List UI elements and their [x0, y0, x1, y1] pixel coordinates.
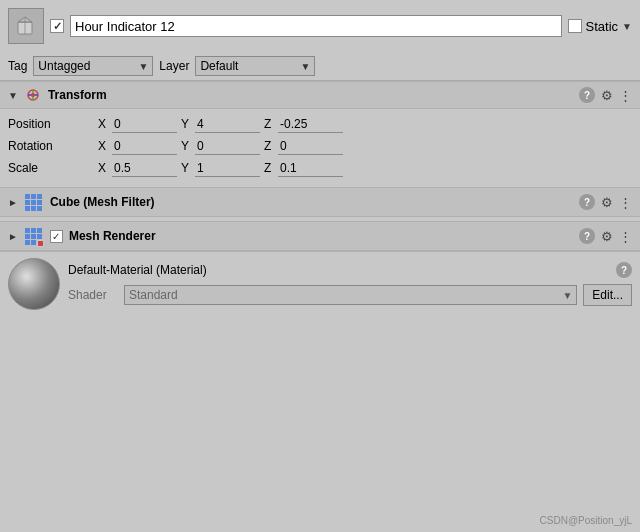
grid-cell-1	[25, 194, 30, 199]
mesh-renderer-overlay-icon	[37, 240, 44, 247]
static-dropdown-arrow-icon[interactable]: ▼	[622, 21, 632, 32]
mesh-filter-header: ► Cube (Mesh Filter) ? ⚙ ⋮	[0, 187, 640, 217]
edit-button[interactable]: Edit...	[583, 284, 632, 306]
scale-y-letter: Y	[181, 161, 193, 175]
shader-value: Standard	[129, 288, 562, 302]
tag-value: Untagged	[38, 59, 134, 73]
position-y-letter: Y	[181, 117, 193, 131]
header-row: ✓ Static ▼	[0, 0, 640, 52]
rotation-label: Rotation	[8, 139, 98, 153]
cube-3d-icon	[15, 15, 37, 37]
position-z-input[interactable]	[278, 115, 343, 133]
static-area: Static ▼	[568, 19, 632, 34]
rotation-z-letter: Z	[264, 139, 276, 153]
checkmark-icon: ✓	[53, 20, 62, 33]
static-label: Static	[586, 19, 619, 34]
rotation-y-item: Y	[181, 137, 260, 155]
mesh-renderer-collapse-icon[interactable]: ►	[8, 231, 18, 242]
mesh-filter-collapse-icon[interactable]: ►	[8, 197, 18, 208]
position-label: Position	[8, 117, 98, 131]
rotation-xyz-group: X Y Z	[98, 137, 632, 155]
tag-label: Tag	[8, 59, 27, 73]
mesh-renderer-icon-container	[24, 226, 44, 246]
grid-cell-7	[25, 206, 30, 211]
mesh-filter-section-actions: ? ⚙ ⋮	[579, 194, 632, 210]
tag-layer-row: Tag Untagged ▼ Layer Default ▼	[0, 52, 640, 80]
mesh-renderer-section-actions: ? ⚙ ⋮	[579, 228, 632, 244]
grid-cell-8	[31, 206, 36, 211]
grid-cell-2	[31, 194, 36, 199]
material-name: Default-Material (Material)	[68, 263, 610, 277]
object-name-input[interactable]	[70, 15, 562, 37]
mesh-renderer-enabled-checkbox[interactable]: ✓	[50, 230, 63, 243]
shader-dropdown[interactable]: Standard ▼	[124, 285, 577, 305]
rotation-z-input[interactable]	[278, 137, 343, 155]
grid-icon	[25, 194, 42, 211]
position-row: Position X Y Z	[0, 113, 640, 135]
rotation-z-item: Z	[264, 137, 343, 155]
mr-grid-cell-2	[31, 228, 36, 233]
mesh-renderer-header: ► ✓ Mesh Renderer ? ⚙ ⋮	[0, 221, 640, 251]
transform-collapse-arrow-icon[interactable]: ▼	[8, 90, 18, 101]
mesh-filter-icon	[24, 192, 44, 212]
position-z-item: Z	[264, 115, 343, 133]
transform-section-header: ▼ Transform ? ⚙ ⋮	[0, 81, 640, 109]
mesh-renderer-title: Mesh Renderer	[69, 229, 573, 243]
shader-label: Shader	[68, 288, 118, 302]
position-x-input[interactable]	[112, 115, 177, 133]
layer-dropdown[interactable]: Default ▼	[195, 56, 315, 76]
scale-z-letter: Z	[264, 161, 276, 175]
material-help-icon[interactable]: ?	[616, 262, 632, 278]
position-y-item: Y	[181, 115, 260, 133]
mesh-renderer-kebab-icon[interactable]: ⋮	[619, 229, 632, 244]
object-icon	[8, 8, 44, 44]
object-enabled-checkbox[interactable]: ✓	[50, 19, 64, 33]
transform-kebab-icon[interactable]: ⋮	[619, 88, 632, 103]
rotation-y-letter: Y	[181, 139, 193, 153]
grid-cell-4	[25, 200, 30, 205]
mr-grid-cell-3	[37, 228, 42, 233]
rotation-row: Rotation X Y Z	[0, 135, 640, 157]
layer-label: Layer	[159, 59, 189, 73]
scale-y-input[interactable]	[195, 159, 260, 177]
position-z-letter: Z	[264, 117, 276, 131]
layer-dropdown-arrow-icon: ▼	[300, 61, 310, 72]
watermark: CSDN@Position_yjL	[540, 515, 632, 526]
scale-z-item: Z	[264, 159, 343, 177]
position-y-input[interactable]	[195, 115, 260, 133]
tag-dropdown-arrow-icon: ▼	[138, 61, 148, 72]
scale-row: Scale X Y Z	[0, 157, 640, 179]
rotation-x-letter: X	[98, 139, 110, 153]
shader-dropdown-arrow-icon: ▼	[562, 290, 572, 301]
mesh-renderer-help-icon[interactable]: ?	[579, 228, 595, 244]
shader-row: Shader Standard ▼ Edit...	[68, 284, 632, 306]
layer-value: Default	[200, 59, 296, 73]
mr-grid-cell-8	[31, 240, 36, 245]
mesh-filter-kebab-icon[interactable]: ⋮	[619, 195, 632, 210]
transform-help-icon[interactable]: ?	[579, 87, 595, 103]
static-checkbox[interactable]	[568, 19, 582, 33]
mesh-filter-help-icon[interactable]: ?	[579, 194, 595, 210]
scale-x-input[interactable]	[112, 159, 177, 177]
scale-y-item: Y	[181, 159, 260, 177]
transform-title: Transform	[48, 88, 573, 102]
scale-x-letter: X	[98, 161, 110, 175]
grid-cell-5	[31, 200, 36, 205]
scale-xyz-group: X Y Z	[98, 159, 632, 177]
mr-grid-cell-1	[25, 228, 30, 233]
mr-grid-cell-7	[25, 240, 30, 245]
rotation-x-input[interactable]	[112, 137, 177, 155]
mesh-filter-title: Cube (Mesh Filter)	[50, 195, 573, 209]
mesh-filter-settings-icon[interactable]: ⚙	[601, 195, 613, 210]
scale-z-input[interactable]	[278, 159, 343, 177]
mesh-renderer-settings-icon[interactable]: ⚙	[601, 229, 613, 244]
transform-fields: Position X Y Z Rotation	[0, 109, 640, 183]
tag-dropdown[interactable]: Untagged ▼	[33, 56, 153, 76]
rotation-y-input[interactable]	[195, 137, 260, 155]
material-name-row: Default-Material (Material) ?	[68, 262, 632, 278]
grid-cell-3	[37, 194, 42, 199]
scale-label: Scale	[8, 161, 98, 175]
transform-settings-icon[interactable]: ⚙	[601, 88, 613, 103]
scale-x-item: X	[98, 159, 177, 177]
svg-point-7	[31, 93, 35, 97]
